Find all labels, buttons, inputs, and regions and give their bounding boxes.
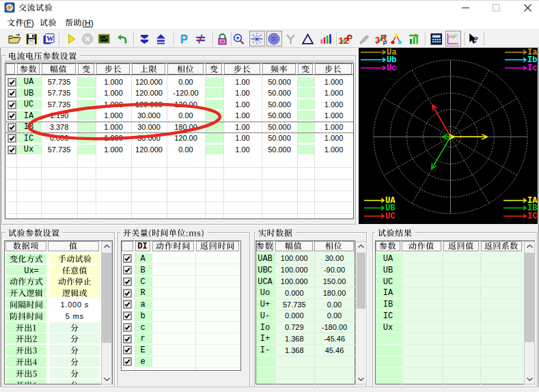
svg-text:W: W xyxy=(46,35,54,42)
svg-text:P: P xyxy=(180,33,188,45)
svg-text:?: ? xyxy=(474,34,479,44)
svg-text:3: 3 xyxy=(375,35,380,45)
svg-text:P: P xyxy=(383,40,387,45)
svg-text:P: P xyxy=(347,33,353,43)
